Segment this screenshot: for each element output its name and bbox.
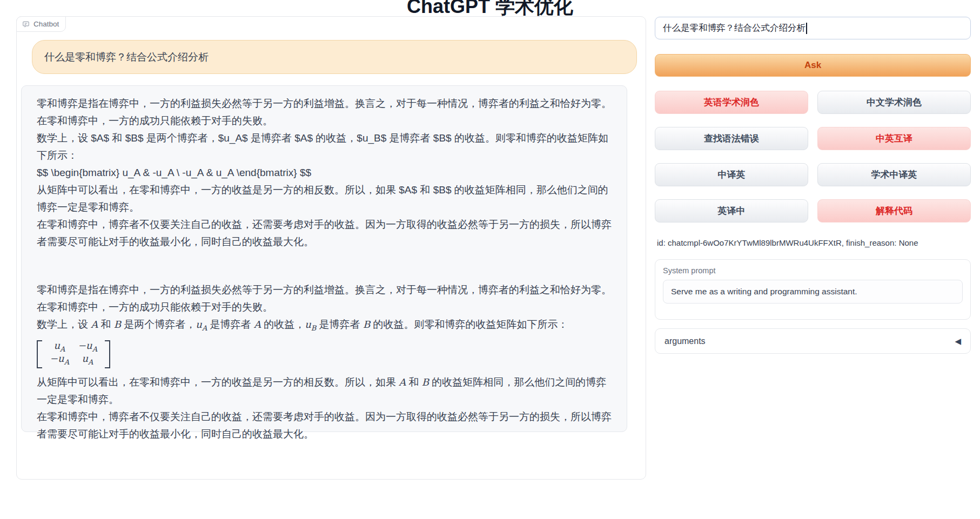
button-find-grammar-errors[interactable]: 查找语法错误 xyxy=(655,127,808,150)
math-var: A xyxy=(399,376,406,388)
matrix-left-bracket xyxy=(37,340,42,368)
response-status-line: id: chatcmpl-6wOo7KrYTwMl89lbrMWRu4UkFFX… xyxy=(657,238,918,247)
bot-paragraph: 数学上，设 $A$ 和 $B$ 是两个博弈者，$u_A$ 是博弈者 $A$ 的收… xyxy=(37,130,612,164)
chatbot-panel: Chatbot 什么是零和博弈？结合公式介绍分析 零和博弈是指在博弈中，一方的利… xyxy=(16,16,646,480)
system-prompt-block: System prompt xyxy=(655,259,971,320)
button-chinese-academic-polish[interactable]: 中文学术润色 xyxy=(817,91,971,114)
user-message-bubble[interactable]: 什么是零和博弈？结合公式介绍分析 xyxy=(32,40,637,74)
button-en-to-zh[interactable]: 英译中 xyxy=(655,199,808,223)
math-var: u xyxy=(196,319,202,330)
math-var: A xyxy=(91,319,98,330)
bot-paragraph: 在零和博弈中，博弈者不仅要关注自己的收益，还需要考虑对手的收益。因为一方取得的收… xyxy=(37,216,612,251)
bot-paragraph-with-math: 数学上，设 A 和 B 是两个博弈者，uA 是博弈者 A 的收益，uB 是博弈者… xyxy=(37,316,612,337)
text-caret xyxy=(806,23,807,34)
question-input-value: 什么是零和博弈？结合公式介绍分析 xyxy=(663,22,806,34)
chatbot-label-text: Chatbot xyxy=(33,20,59,28)
arguments-accordion[interactable]: arguments ◀ xyxy=(655,328,971,354)
button-zh-en-mutual-translate[interactable]: 中英互译 xyxy=(817,127,971,150)
bot-paragraph: 从矩阵中可以看出，在零和博弈中，一方的收益是另一方的相反数。所以，如果 $A$ … xyxy=(37,181,612,216)
paragraph-gap xyxy=(37,251,612,281)
payoff-matrix: uA −uA −uA uA xyxy=(37,340,110,368)
question-input[interactable]: 什么是零和博弈？结合公式介绍分析 xyxy=(655,17,971,39)
bot-latex-source: $$ \begin{bmatrix} u_A & -u_A \ -u_A & u… xyxy=(37,164,612,181)
function-button-grid: 英语学术润色 中文学术润色 查找语法错误 中英互译 中译英 学术中译英 英译中 … xyxy=(655,91,971,223)
chat-bubble-icon xyxy=(22,21,30,28)
system-prompt-label: System prompt xyxy=(663,266,963,275)
matrix-cell: −uA xyxy=(50,353,69,368)
accordion-collapse-icon: ◀ xyxy=(955,336,961,346)
app-page: ChatGPT 学术优化 Chatbot 什么是零和博弈？结合公式介绍分析 零和… xyxy=(0,0,980,519)
matrix-right-bracket xyxy=(105,340,110,368)
arguments-accordion-label: arguments xyxy=(664,336,706,346)
bot-paragraph: 零和博弈是指在博弈中，一方的利益损失必然等于另一方的利益增益。换言之，对于每一种… xyxy=(37,281,612,316)
math-var: B xyxy=(363,319,370,330)
user-message-text: 什么是零和博弈？结合公式介绍分析 xyxy=(44,50,209,64)
math-var: u xyxy=(305,319,311,330)
button-academic-zh-to-en[interactable]: 学术中译英 xyxy=(817,163,971,186)
control-column: 什么是零和博弈？结合公式介绍分析 Ask 英语学术润色 中文学术润色 查找语法错… xyxy=(655,0,971,519)
ask-button[interactable]: Ask xyxy=(655,54,971,77)
bot-paragraph-with-math: 从矩阵中可以看出，在零和博弈中，一方的收益是另一方的相反数。所以，如果 A 和 … xyxy=(37,374,612,408)
bot-message-bubble[interactable]: 零和博弈是指在博弈中，一方的利益损失必然等于另一方的利益增益。换言之，对于每一种… xyxy=(21,85,627,432)
system-prompt-input[interactable] xyxy=(663,280,963,304)
math-var: A xyxy=(254,319,261,330)
chatbot-block-label: Chatbot xyxy=(16,16,66,32)
matrix-cell: uA xyxy=(82,353,93,368)
math-var: B xyxy=(114,319,121,330)
button-explain-code[interactable]: 解释代码 xyxy=(817,199,971,223)
button-zh-to-en[interactable]: 中译英 xyxy=(655,163,808,186)
bot-paragraph: 在零和博弈中，博弈者不仅要关注自己的收益，还需要考虑对手的收益。因为一方取得的收… xyxy=(37,408,612,443)
math-var: B xyxy=(422,376,429,388)
bot-paragraph: 零和博弈是指在博弈中，一方的利益损失必然等于另一方的利益增益。换言之，对于每一种… xyxy=(37,95,612,130)
button-english-academic-polish[interactable]: 英语学术润色 xyxy=(655,91,808,114)
